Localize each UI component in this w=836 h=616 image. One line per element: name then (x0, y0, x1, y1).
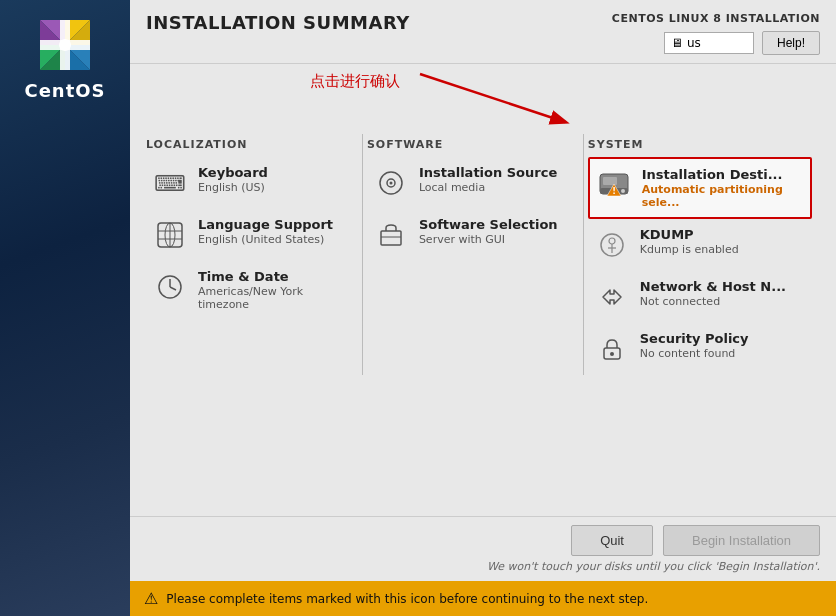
divider-2 (583, 134, 584, 375)
sections-columns: LOCALIZATION ⌨ Keyboard English (US) Lan… (146, 134, 820, 375)
top-controls: 🖥 us Help! (664, 31, 820, 55)
keyboard-icon: ⌨ (152, 165, 188, 201)
main-panel: INSTALLATION SUMMARY CENTOS LINUX 8 INST… (130, 0, 836, 616)
clock-icon (152, 269, 188, 305)
system-label: SYSTEM (588, 138, 812, 151)
keyboard-item[interactable]: ⌨ Keyboard English (US) (146, 157, 350, 209)
software-label: SOFTWARE (367, 138, 571, 151)
time-date-item[interactable]: Time & Date Americas/New York timezone (146, 261, 350, 319)
software-sel-text: Software Selection Server with GUI (419, 217, 558, 246)
time-date-title: Time & Date (198, 269, 344, 284)
time-date-text: Time & Date Americas/New York timezone (198, 269, 344, 311)
software-sel-sub: Server with GUI (419, 233, 558, 246)
security-title: Security Policy (640, 331, 749, 346)
centos-logo (38, 18, 92, 72)
arrow-icon (410, 64, 590, 134)
network-icon (594, 279, 630, 315)
warning-icon: ⚠ (144, 589, 158, 608)
hint-area: 点击进行确认 (130, 64, 836, 134)
network-sub: Not connected (640, 295, 786, 308)
software-selection-item[interactable]: Software Selection Server with GUI (367, 209, 571, 261)
kdump-item[interactable]: KDUMP Kdump is enabled (588, 219, 812, 271)
source-icon (373, 165, 409, 201)
source-title: Installation Source (419, 165, 557, 180)
warning-bar: ⚠ Please complete items marked with this… (130, 581, 836, 616)
page-title: INSTALLATION SUMMARY (146, 12, 410, 33)
dest-sub: Automatic partitioning sele... (642, 183, 804, 209)
language-selector[interactable]: 🖥 us (664, 32, 754, 54)
top-right: CENTOS LINUX 8 INSTALLATION 🖥 us Help! (612, 12, 820, 55)
begin-installation-button[interactable]: Begin Installation (663, 525, 820, 556)
keyboard-title: Keyboard (198, 165, 268, 180)
time-date-sub: Americas/New York timezone (198, 285, 344, 311)
flag-icon: 🖥 (671, 36, 683, 50)
dest-text: Installation Desti... Automatic partitio… (642, 167, 804, 209)
svg-point-34 (609, 238, 615, 244)
installation-source-item[interactable]: Installation Source Local media (367, 157, 571, 209)
source-sub: Local media (419, 181, 557, 194)
language-sub: English (United States) (198, 233, 333, 246)
topbar: INSTALLATION SUMMARY CENTOS LINUX 8 INST… (130, 0, 836, 64)
quit-button[interactable]: Quit (571, 525, 653, 556)
network-title: Network & Host N... (640, 279, 786, 294)
warning-text: Please complete items marked with this i… (166, 592, 648, 606)
bottom-buttons: Quit Begin Installation (571, 525, 820, 556)
language-text: Language Support English (United States) (198, 217, 333, 246)
svg-text:!: ! (612, 187, 616, 196)
system-column: SYSTEM ! (588, 134, 820, 375)
dest-title: Installation Desti... (642, 167, 804, 182)
source-text: Installation Source Local media (419, 165, 557, 194)
svg-rect-30 (603, 177, 617, 185)
disk-note: We won't touch your disks until you clic… (487, 560, 820, 573)
lang-value: us (687, 36, 701, 50)
logo-area: CentOS (24, 18, 105, 101)
kdump-title: KDUMP (640, 227, 739, 242)
software-sel-title: Software Selection (419, 217, 558, 232)
kdump-text: KDUMP Kdump is enabled (640, 227, 739, 256)
chinese-hint: 点击进行确认 (310, 72, 400, 91)
svg-point-24 (389, 182, 392, 185)
security-text: Security Policy No content found (640, 331, 749, 360)
svg-line-13 (420, 74, 565, 122)
security-sub: No content found (640, 347, 749, 360)
network-text: Network & Host N... Not connected (640, 279, 786, 308)
keyboard-text: Keyboard English (US) (198, 165, 268, 194)
sidebar: CentOS (0, 0, 130, 616)
svg-line-21 (170, 287, 176, 290)
svg-point-38 (610, 352, 614, 356)
software-column: SOFTWARE Installation Source Local media (367, 134, 579, 375)
help-button[interactable]: Help! (762, 31, 820, 55)
svg-rect-25 (381, 231, 401, 245)
centos-header: CENTOS LINUX 8 INSTALLATION (612, 12, 820, 25)
svg-point-11 (59, 39, 71, 51)
language-item[interactable]: Language Support English (United States) (146, 209, 350, 261)
kdump-icon (594, 227, 630, 263)
installation-dest-item[interactable]: ! Installation Desti... Automatic partit… (588, 157, 812, 219)
divider-1 (362, 134, 363, 375)
bottom-bar: Quit Begin Installation We won't touch y… (130, 516, 836, 581)
centos-label: CentOS (24, 80, 105, 101)
disk-icon: ! (596, 167, 632, 203)
localization-column: LOCALIZATION ⌨ Keyboard English (US) Lan… (146, 134, 358, 375)
content-area: LOCALIZATION ⌨ Keyboard English (US) Lan… (130, 134, 836, 516)
kdump-sub: Kdump is enabled (640, 243, 739, 256)
package-icon (373, 217, 409, 253)
svg-point-29 (621, 189, 625, 193)
localization-label: LOCALIZATION (146, 138, 350, 151)
security-item[interactable]: Security Policy No content found (588, 323, 812, 375)
network-item[interactable]: Network & Host N... Not connected (588, 271, 812, 323)
language-icon (152, 217, 188, 253)
language-title: Language Support (198, 217, 333, 232)
keyboard-sub: English (US) (198, 181, 268, 194)
lock-icon (594, 331, 630, 367)
